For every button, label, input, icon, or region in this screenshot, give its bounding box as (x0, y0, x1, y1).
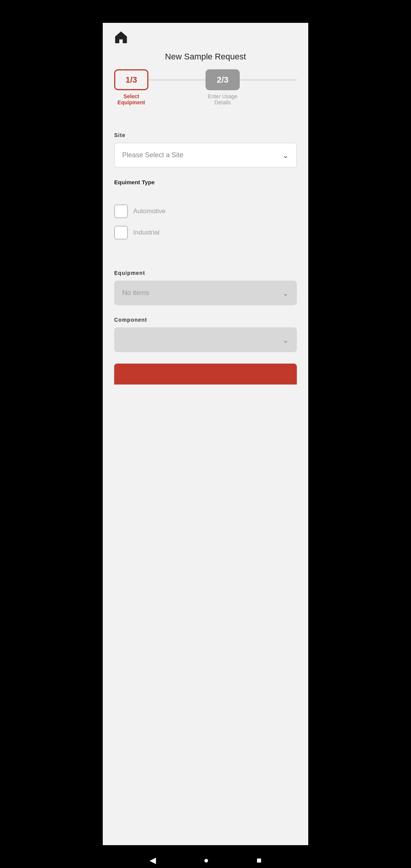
step-1: 1/3 Select Equipment (114, 69, 148, 105)
page-title: New Sample Request (103, 48, 308, 69)
nav-home-icon[interactable]: ● (204, 855, 209, 865)
equipment-chevron-icon: ⌄ (282, 289, 289, 298)
automotive-checkbox[interactable] (114, 204, 128, 218)
next-button[interactable] (114, 364, 297, 385)
site-chevron-icon: ⌄ (282, 151, 289, 160)
site-field-label: Site (114, 132, 297, 138)
component-field-label: Component (114, 317, 297, 323)
next-button-container (103, 364, 308, 385)
component-chevron-icon: ⌄ (282, 335, 289, 345)
step-connector-2 (240, 80, 297, 80)
home-button[interactable] (114, 30, 128, 44)
step-1-badge: 1/3 (114, 69, 148, 90)
industrial-label: Industrial (133, 229, 159, 236)
header (103, 23, 308, 48)
step-1-label: Select Equipment (118, 93, 145, 105)
automotive-label: Automotive (133, 207, 166, 215)
bottom-nav: ◀ ● ■ (103, 845, 308, 868)
step-2-badge: 2/3 (206, 69, 240, 90)
equipment-type-label: Equiment Type (114, 179, 297, 185)
step-connector-1 (148, 80, 206, 80)
equipment-dropdown-text: No items (122, 289, 149, 297)
site-dropdown-text: Please Select a Site (122, 151, 183, 159)
equipment-dropdown[interactable]: No items ⌄ (114, 281, 297, 305)
form-section: Site Please Select a Site ⌄ Equiment Typ… (103, 117, 308, 352)
site-dropdown[interactable]: Please Select a Site ⌄ (114, 143, 297, 168)
nav-recent-icon[interactable]: ■ (256, 855, 261, 865)
main-content: New Sample Request 1/3 Select Equipment … (103, 23, 308, 845)
step-2: 2/3 Enter Usage Details (206, 69, 240, 105)
nav-back-icon[interactable]: ◀ (150, 855, 156, 865)
component-dropdown[interactable]: ⌄ (114, 327, 297, 352)
equipment-field-label: Equipment (114, 270, 297, 276)
step-2-label: Enter Usage Details (208, 93, 237, 105)
automotive-checkbox-row: Automotive (114, 204, 297, 218)
industrial-checkbox[interactable] (114, 226, 128, 239)
industrial-checkbox-row: Industrial (114, 226, 297, 239)
stepper: 1/3 Select Equipment 2/3 Enter Usage Det… (103, 69, 308, 117)
status-bar (103, 0, 308, 23)
